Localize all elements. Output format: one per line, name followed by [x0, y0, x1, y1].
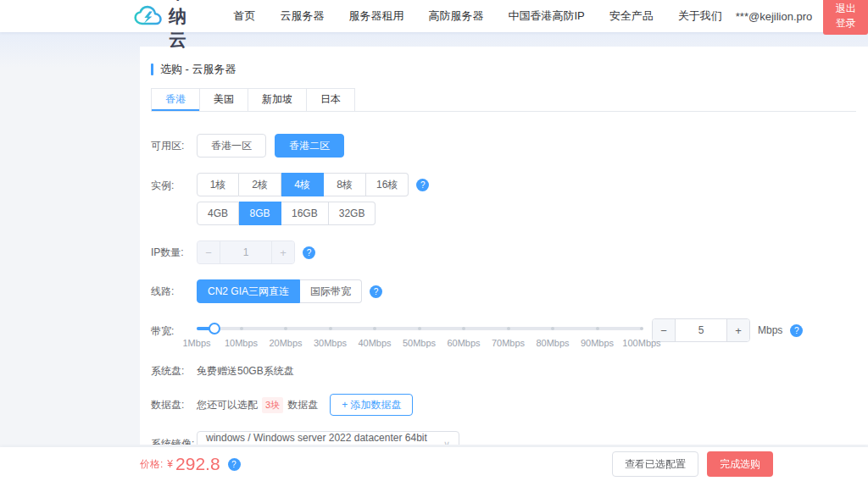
- add-data-disk-button[interactable]: + 添加数据盘: [330, 394, 413, 416]
- page-title-row: 选购 - 云服务器: [151, 62, 856, 77]
- line-option-cn2-gia[interactable]: CN2 GIA三网直连: [197, 279, 300, 303]
- tab-japan[interactable]: 日本: [306, 88, 355, 111]
- nav-item-security-products[interactable]: 安全产品: [609, 8, 654, 24]
- bandwidth-value-input[interactable]: [675, 319, 727, 341]
- region-tabs: 香港 美国 新加坡 日本: [151, 88, 856, 112]
- tick-label: 50Mbps: [403, 338, 436, 348]
- slider-tick-dot: [240, 327, 243, 330]
- line-row: 线路: CN2 GIA三网直连 国际带宽 ?: [151, 279, 856, 303]
- memory-option-4gb[interactable]: 4GB: [197, 202, 239, 225]
- bandwidth-slider-handle[interactable]: [209, 323, 220, 334]
- price-currency: ¥: [167, 458, 173, 470]
- tab-hongkong[interactable]: 香港: [151, 88, 199, 111]
- nav-item-home[interactable]: 首页: [233, 8, 255, 24]
- slider-tick-dot: [551, 327, 554, 330]
- nav-menu: 首页 云服务器 服务器租用 高防服务器 中国香港高防IP 安全产品 关于我们: [233, 8, 721, 24]
- line-help-icon[interactable]: ?: [370, 285, 382, 298]
- cloud-logo-icon: [134, 5, 164, 27]
- slider-tick-dot: [596, 327, 599, 330]
- logout-button[interactable]: 退出登录: [823, 0, 868, 35]
- core-option-1[interactable]: 1核: [197, 173, 239, 196]
- core-option-4[interactable]: 4核: [281, 173, 324, 196]
- tick-label: 60Mbps: [447, 338, 480, 348]
- tick-label: 90Mbps: [581, 338, 614, 348]
- ip-minus-button: −: [198, 241, 220, 263]
- system-image-select[interactable]: windows / Windows server 2022 datacenter…: [197, 431, 459, 445]
- zone-option-hk1[interactable]: 香港一区: [197, 134, 266, 158]
- bandwidth-slider-track[interactable]: [197, 327, 642, 330]
- memory-options-group: 4GB 8GB 16GB 32GB: [197, 202, 376, 225]
- title-accent-bar: [151, 64, 153, 75]
- price-label: 价格:: [140, 457, 163, 472]
- chevron-down-icon: ∨: [443, 439, 450, 445]
- tick-label: 100Mbps: [622, 338, 660, 348]
- top-navbar: 华纳云 首页 云服务器 服务器租用 高防服务器 中国香港高防IP 安全产品 关于…: [0, 0, 868, 32]
- bandwidth-plus-button[interactable]: +: [727, 319, 749, 341]
- user-email: ***@kejilion.pro: [736, 10, 813, 23]
- slider-tick-dot: [418, 327, 421, 330]
- bandwidth-stepper: − +: [652, 318, 750, 342]
- ip-count-stepper: − +: [197, 240, 295, 264]
- nav-item-ddos-server[interactable]: 高防服务器: [428, 8, 483, 24]
- system-image-row: 系统镜像: windows / Windows server 2022 data…: [151, 431, 856, 445]
- data-disk-count-badge: 3块: [262, 397, 283, 413]
- data-disk-text-after: 数据盘: [287, 398, 318, 412]
- nav-item-server-rental[interactable]: 服务器租用: [348, 8, 403, 24]
- instance-label: 实例:: [151, 179, 197, 193]
- page-background: 选购 - 云服务器 香港 美国 新加坡 日本 可用区: 香港一区 香港二区 实例…: [0, 32, 868, 447]
- zone-row: 可用区: 香港一区 香港二区: [151, 134, 856, 158]
- memory-option-32gb[interactable]: 32GB: [329, 202, 376, 225]
- tick-label: 20Mbps: [269, 338, 302, 348]
- instance-row: 实例: 1核 2核 4核 8核 16核 ? 4: [151, 173, 856, 225]
- slider-tick-dot: [507, 327, 510, 330]
- slider-tick-dot: [462, 327, 465, 330]
- tab-usa[interactable]: 美国: [199, 88, 248, 111]
- nav-item-hk-ddos-ip[interactable]: 中国香港高防IP: [508, 8, 584, 24]
- system-disk-text: 免费赠送50GB系统盘: [197, 364, 294, 379]
- price-value: 292.8: [175, 454, 220, 474]
- data-disk-text-before: 您还可以选配: [197, 398, 258, 412]
- line-option-international[interactable]: 国际带宽: [300, 279, 362, 303]
- bandwidth-row: 带宽:: [151, 318, 856, 349]
- bandwidth-unit-label: Mbps: [758, 324, 782, 336]
- slider-tick-dot: [284, 327, 287, 330]
- config-form: 可用区: 香港一区 香港二区 实例: 1核 2核 4核 8核 16核: [151, 134, 856, 445]
- slider-tick-dot: [373, 327, 376, 330]
- bandwidth-slider: 1Mbps 10Mbps 20Mbps 30Mbps 40Mbps 50Mbps…: [197, 318, 642, 349]
- price-help-icon[interactable]: ?: [228, 458, 241, 471]
- nav-item-about-us[interactable]: 关于我们: [678, 8, 722, 24]
- tick-label: 40Mbps: [358, 338, 391, 348]
- memory-option-8gb[interactable]: 8GB: [239, 202, 281, 225]
- brand-name: 华纳云: [169, 0, 201, 52]
- ip-count-label: IP数量:: [151, 246, 197, 260]
- ip-plus-button: +: [272, 241, 294, 263]
- brand-logo[interactable]: 华纳云: [134, 0, 201, 52]
- core-option-16[interactable]: 16核: [366, 173, 409, 196]
- nav-item-cloud-server[interactable]: 云服务器: [280, 8, 324, 24]
- line-label: 线路:: [151, 285, 197, 299]
- core-option-2[interactable]: 2核: [239, 173, 281, 196]
- ip-count-row: IP数量: − + ?: [151, 240, 856, 264]
- complete-purchase-button[interactable]: 完成选购: [707, 451, 773, 477]
- system-disk-label: 系统盘:: [151, 364, 197, 379]
- system-image-label: 系统镜像:: [151, 437, 197, 445]
- zone-option-hk2[interactable]: 香港二区: [275, 134, 344, 158]
- tab-singapore[interactable]: 新加坡: [248, 88, 306, 111]
- view-config-button[interactable]: 查看已选配置: [612, 451, 698, 477]
- purchase-card: 选购 - 云服务器 香港 美国 新加坡 日本 可用区: 香港一区 香港二区 实例…: [140, 47, 868, 445]
- data-disk-row: 数据盘: 您还可以选配 3块 数据盘 + 添加数据盘: [151, 394, 856, 416]
- page-title: 选购 - 云服务器: [160, 62, 236, 77]
- system-disk-row: 系统盘: 免费赠送50GB系统盘: [151, 364, 856, 379]
- checkout-bar: 价格: ¥ 292.8 ? 查看已选配置 完成选购: [0, 447, 868, 481]
- ip-count-input: [220, 241, 272, 263]
- data-disk-label: 数据盘:: [151, 398, 197, 412]
- tick-label: 80Mbps: [536, 338, 569, 348]
- system-image-value: windows / Windows server 2022 datacenter…: [206, 432, 443, 445]
- bandwidth-help-icon[interactable]: ?: [790, 324, 803, 337]
- ip-count-help-icon[interactable]: ?: [303, 246, 315, 259]
- instance-help-icon[interactable]: ?: [416, 179, 429, 191]
- tick-label: 1Mbps: [182, 338, 210, 348]
- memory-option-16gb[interactable]: 16GB: [281, 202, 329, 225]
- core-option-8[interactable]: 8核: [324, 173, 366, 196]
- tick-label: 70Mbps: [492, 338, 525, 348]
